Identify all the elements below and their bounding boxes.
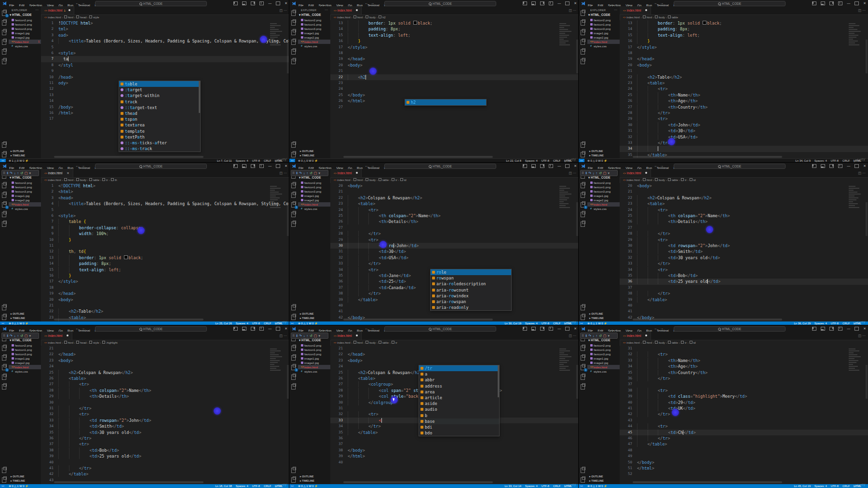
folder-root[interactable]: ▾ HTML_CODE <box>10 13 32 17</box>
file-favicon3.png[interactable]: favicon3.png <box>9 27 41 31</box>
toggle-sidebar-icon[interactable] <box>233 164 238 168</box>
run-debug-icon[interactable] <box>1 39 8 45</box>
command-center-search[interactable]: HTML_CODE <box>384 164 496 169</box>
code-editor[interactable]: 2122</head>23<body>2425<h2>Colspan & Row… <box>330 346 579 484</box>
search-icon[interactable] <box>1 19 8 26</box>
file-image2.jpg[interactable]: image2.jpg <box>587 198 620 202</box>
source-control-icon[interactable] <box>580 354 586 361</box>
folder-root[interactable]: ▾ HTML_CODE <box>588 13 610 17</box>
file-image1.jpg[interactable]: image1.jpg <box>298 194 330 198</box>
code-editor[interactable]: 3132<tr>33<th>Name</th>34<th>Age</th>35<… <box>620 346 868 484</box>
folder-root[interactable]: ▾ HTML_CODE <box>299 338 321 342</box>
folder-root[interactable]: ▾ HTML_CODE <box>10 176 32 180</box>
remote-indicator[interactable]: >< <box>579 484 584 488</box>
minimize-button[interactable]: — <box>847 325 850 332</box>
suggest-item[interactable]: table <box>119 81 200 87</box>
section-outline[interactable]: ▸ OUTLINE <box>589 475 603 478</box>
suggest-item[interactable]: tspan <box>119 116 200 122</box>
run-debug-icon[interactable] <box>290 39 297 45</box>
file-favicon1.png[interactable]: favicon1.png <box>298 185 330 189</box>
step-into-icon[interactable]: ↓ <box>593 334 595 338</box>
crumb-td[interactable]: td <box>690 179 696 181</box>
restart-icon[interactable]: ↺ <box>310 334 312 338</box>
problems-indicator[interactable]: ⊗ 0 △ 1 W 0 ⚡ <box>9 484 28 488</box>
status-right[interactable]: Ln 18, Col 38Spaces: 4UTF-8CRLFHTML <box>211 484 283 488</box>
close-button[interactable]: ✕ <box>285 0 287 6</box>
nav-back-icon[interactable]: ← <box>365 163 368 169</box>
account-icon[interactable] <box>1 141 8 148</box>
extensions-icon[interactable] <box>290 211 297 218</box>
stop-icon[interactable]: ▢ <box>25 334 28 338</box>
file-index.html[interactable]: <>index.html <box>587 202 620 207</box>
nav-back-icon[interactable]: ← <box>654 325 658 332</box>
extensions-icon[interactable] <box>580 48 586 55</box>
breadcrumb[interactable]: <>index.html›html›body›table›tr›th <box>44 177 117 183</box>
settings-gear-icon[interactable] <box>290 314 297 321</box>
code-editor[interactable]: 13border: 1px solid black;14padding: 8px… <box>620 20 868 159</box>
suggest-item[interactable]: track <box>119 99 200 105</box>
crumb-tr[interactable]: tr <box>681 341 687 344</box>
suggest-item[interactable]: area <box>419 389 499 395</box>
step-over-icon[interactable]: ↷ <box>299 334 302 338</box>
step-over-icon[interactable]: ↷ <box>588 171 591 176</box>
breadcrumb[interactable]: <>index.html›html›body›table›tr›td <box>334 177 407 183</box>
source-control-icon[interactable] <box>580 29 586 36</box>
tab-index-html[interactable]: <>index.html <box>330 169 362 177</box>
command-center-search[interactable]: HTML_CODE <box>95 164 207 169</box>
minimize-button[interactable]: — <box>557 0 561 6</box>
code-editor[interactable]: 20<body>2122<h2>Colspan & Rowspan</h2>23… <box>330 183 579 321</box>
step-out-icon[interactable]: ↑ <box>596 334 597 338</box>
pause-icon[interactable]: ‖ <box>296 334 298 338</box>
code-editor[interactable]: 20<body>2122<h2>Colspan & Rowspan</h2>23… <box>620 183 868 321</box>
editor-actions-icon[interactable]: ◫ ⋯ <box>858 171 866 175</box>
file-index.html[interactable]: <>index.html <box>298 202 330 207</box>
file-index.html[interactable]: <>index.html <box>9 365 41 369</box>
breadcrumb[interactable]: <>index.html›html›body›h2 <box>334 14 386 20</box>
suggest-item[interactable]: aria-rowcount <box>431 287 511 293</box>
crumb-table[interactable]: table <box>668 179 678 181</box>
breadcrumb[interactable]: <>index.html›html›body›table›tr <box>334 340 397 346</box>
suggest-item[interactable]: textarea <box>119 122 200 128</box>
section-timeline[interactable]: ▸ TIMELINE <box>589 154 604 157</box>
file-styles.css[interactable]: #styles.css <box>298 369 330 374</box>
suggest-item[interactable]: base <box>419 418 499 424</box>
status-right[interactable]: Ln 33, Col 14Spaces: 4UTF-8CRLFHTML <box>501 484 572 488</box>
popup-scrollbar[interactable] <box>498 365 499 397</box>
toggle-sidebar-icon[interactable] <box>523 1 527 5</box>
extensions-icon[interactable] <box>1 211 8 218</box>
file-styles.css[interactable]: #styles.css <box>298 44 330 48</box>
search-icon[interactable] <box>290 19 297 26</box>
toggle-secondary-sidebar-icon[interactable] <box>829 1 834 5</box>
crumb-indexhtml[interactable]: <>index.html <box>44 16 61 19</box>
suggest-item[interactable]: a <box>419 371 499 377</box>
crumb-tr[interactable]: tr <box>392 179 397 181</box>
customize-layout-icon[interactable] <box>838 1 842 5</box>
source-control-icon[interactable] <box>290 192 297 198</box>
step-over-icon[interactable]: ↷ <box>10 334 13 338</box>
suggest-item[interactable]: aria-rowindex <box>431 293 511 299</box>
nav-forward-icon[interactable]: → <box>81 0 85 6</box>
crumb-indexhtml[interactable]: <>index.html <box>334 341 351 344</box>
folder-root[interactable]: ▾ HTML_CODE <box>299 13 321 17</box>
file-index.html[interactable]: <>index.html <box>587 40 620 44</box>
file-image2.jpg[interactable]: image2.jpg <box>9 35 41 40</box>
toggle-secondary-sidebar-icon[interactable] <box>540 1 544 5</box>
account-icon[interactable] <box>580 304 586 311</box>
toggle-sidebar-icon[interactable] <box>233 327 238 331</box>
crumb-indexhtml[interactable]: <>index.html <box>44 179 61 181</box>
section-outline[interactable]: ▸ OUTLINE <box>589 312 603 315</box>
file-image1.jpg[interactable]: image1.jpg <box>587 194 620 198</box>
crumb-tr[interactable]: tr <box>681 179 687 181</box>
crumb-html[interactable]: html <box>64 341 73 344</box>
crumb-html[interactable]: html <box>353 341 363 344</box>
file-image2.jpg[interactable]: image2.jpg <box>9 361 41 365</box>
nav-forward-icon[interactable]: → <box>81 163 85 169</box>
tab-index-html[interactable]: <>index.html1 <box>41 6 74 14</box>
crumb-html[interactable]: html <box>64 16 73 19</box>
search-icon[interactable] <box>1 182 8 189</box>
close-button[interactable]: ✕ <box>863 325 866 332</box>
remote-indicator[interactable]: >< <box>0 484 6 488</box>
file-favicon2.png[interactable]: favicon2.png <box>298 18 330 22</box>
toggle-panel-icon[interactable] <box>242 1 246 5</box>
tab-close-icon[interactable]: ✕ <box>67 171 69 175</box>
